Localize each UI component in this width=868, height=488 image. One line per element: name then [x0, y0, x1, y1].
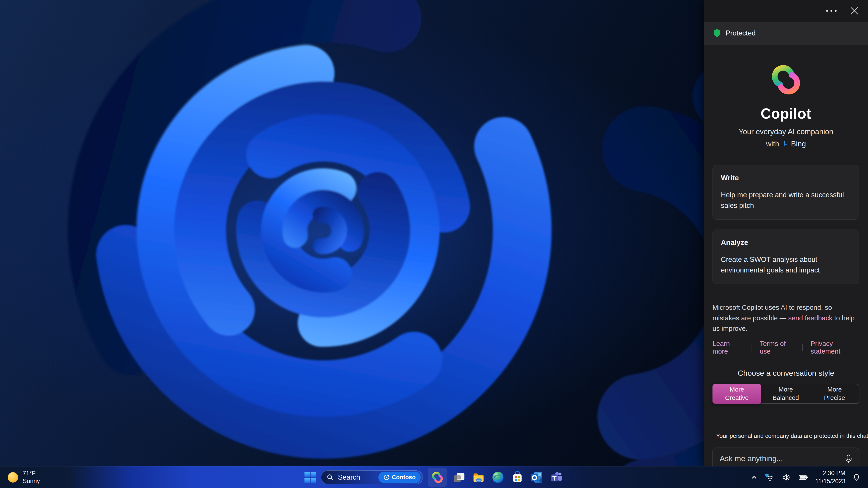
chat-input[interactable] [719, 454, 837, 463]
close-icon[interactable] [850, 7, 859, 15]
learn-more-link[interactable]: Learn more [712, 340, 744, 355]
taskbar-copilot-button[interactable] [428, 468, 447, 487]
style-option-line1: More [730, 385, 744, 394]
taskbar-task-view-button[interactable] [452, 470, 466, 485]
copilot-taskbar-icon [431, 471, 444, 484]
weather-widget[interactable]: 71°F Sunny [0, 466, 40, 488]
bing-label: Bing [791, 140, 806, 148]
taskbar-file-explorer-button[interactable] [471, 470, 486, 485]
style-option-more-precise[interactable]: More Precise [810, 384, 859, 403]
send-feedback-link[interactable]: send feedback [788, 314, 832, 322]
notification-bell-icon[interactable] [852, 473, 861, 482]
battery-icon[interactable] [798, 473, 809, 482]
volume-icon[interactable] [781, 473, 792, 482]
system-tray: 2:30 PM 11/15/2023 [750, 466, 868, 488]
suggestion-card-analyze[interactable]: Analyze Create a SWOT analysis about env… [712, 230, 860, 284]
divider [752, 344, 752, 351]
privacy-note-row: Your personal and company data are prote… [712, 432, 860, 440]
with-bing-row: with Bing [766, 140, 806, 148]
card-title: Write [721, 174, 851, 182]
card-title: Analyze [721, 238, 851, 247]
edge-icon [492, 471, 504, 484]
teams-icon [550, 471, 563, 484]
bing-icon [782, 140, 788, 148]
ai-disclaimer: Microsoft Copilot uses AI to respond, so… [712, 302, 860, 334]
style-option-line2: Balanced [773, 394, 799, 402]
style-option-line1: More [827, 385, 842, 394]
copilot-panel: Protected Copilot Your everyday AI compa… [704, 0, 868, 466]
copilot-panel-topbar [704, 0, 868, 22]
sunny-weather-icon [8, 472, 18, 483]
protected-banner: Protected [704, 22, 868, 45]
style-option-more-creative[interactable]: More Creative [712, 384, 761, 404]
microsoft-store-icon [511, 471, 524, 484]
clock-time: 2:30 PM [823, 469, 845, 477]
privacy-statement-link[interactable]: Privacy statement [811, 340, 860, 355]
taskbar: 71°F Sunny Search Contoso [0, 466, 868, 488]
taskbar-teams-button[interactable] [549, 470, 563, 485]
card-body: Help me prepare and write a successful s… [721, 190, 851, 211]
more-options-icon[interactable] [826, 9, 837, 12]
file-explorer-icon [472, 471, 485, 484]
style-option-line1: More [778, 385, 793, 394]
taskbar-center: Search Contoso [305, 466, 563, 488]
conversation-style-group: More Creative More Balanced More Precise [712, 384, 860, 404]
shield-icon [713, 29, 721, 38]
with-text: with [766, 140, 779, 148]
suggestion-card-write[interactable]: Write Help me prepare and write a succes… [712, 165, 860, 220]
wifi-vpn-shield-icon[interactable] [764, 473, 775, 482]
taskbar-clock[interactable]: 2:30 PM 11/15/2023 [815, 469, 845, 485]
search-label: Search [338, 473, 374, 482]
contoso-badge[interactable]: Contoso [378, 472, 421, 483]
outlook-icon [530, 471, 543, 484]
style-option-line2: Creative [725, 394, 749, 402]
clock-date: 11/15/2023 [815, 477, 845, 485]
conversation-style-heading: Choose a conversation style [738, 369, 834, 378]
style-option-more-balanced[interactable]: More Balanced [761, 384, 810, 403]
weather-condition: Sunny [23, 477, 40, 485]
search-box[interactable]: Search Contoso [321, 470, 423, 484]
tray-chevron-up-icon[interactable] [750, 474, 758, 481]
divider [802, 344, 803, 351]
task-view-icon [453, 471, 465, 484]
start-button[interactable] [305, 472, 316, 483]
weather-temperature: 71°F [23, 470, 40, 477]
contoso-label: Contoso [392, 474, 416, 481]
copilot-subtitle: Your everyday AI companion [739, 127, 833, 136]
copilot-panel-body: Copilot Your everyday AI companion with … [704, 45, 868, 488]
style-option-line2: Precise [824, 394, 845, 402]
taskbar-outlook-button[interactable] [530, 470, 544, 485]
taskbar-store-button[interactable] [510, 470, 525, 485]
microphone-icon[interactable] [844, 454, 854, 464]
taskbar-edge-button[interactable] [491, 470, 505, 485]
contoso-logo-icon [383, 474, 390, 481]
protected-label: Protected [725, 29, 756, 37]
card-body: Create a SWOT analysis about environment… [721, 254, 851, 275]
footer-links: Learn more Terms of use Privacy statemen… [712, 340, 860, 355]
copilot-logo [768, 63, 804, 96]
copilot-title: Copilot [761, 105, 811, 122]
terms-of-use-link[interactable]: Terms of use [760, 340, 795, 355]
search-icon [327, 474, 334, 481]
privacy-note: Your personal and company data are prote… [716, 432, 868, 440]
